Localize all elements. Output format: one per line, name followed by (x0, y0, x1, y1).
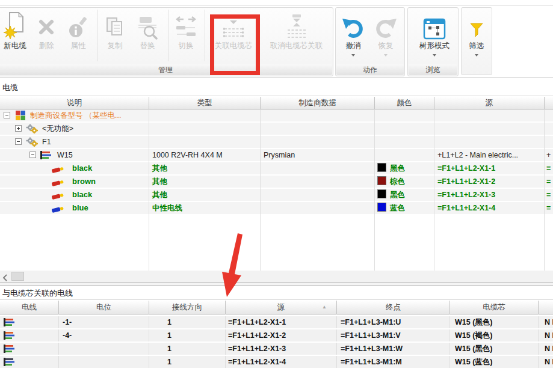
new-cable-label: 新电缆 (4, 41, 26, 51)
cell-overflow: = (545, 189, 553, 201)
replace-button[interactable]: 替换 (132, 8, 163, 65)
table-row-no-function[interactable]: <无功能> (0, 123, 553, 135)
cell-destination: =F1+L1+L3-M1:M (337, 356, 450, 368)
undo-icon (342, 8, 365, 40)
undo-dropdown-arrow-icon[interactable] (351, 54, 355, 57)
toolbar-separator (97, 10, 97, 61)
cell-destination: =F1+L1+L3-M1:V (337, 329, 450, 341)
toolbar-separator (168, 10, 168, 61)
color-swatch (377, 176, 386, 185)
column-header-description[interactable]: 说明 (0, 97, 149, 109)
cell-source: =F1+L1+L2-X1-1 (434, 162, 545, 174)
cell-source: =F1+L1+L2-X1-2 (434, 176, 545, 188)
scrollbar-thumb[interactable] (11, 272, 24, 281)
unassociate-cable-cores-button[interactable]: 取消电缆芯关联 (261, 8, 332, 65)
column-header-color[interactable]: 颜色 (375, 97, 434, 109)
function-gears-icon (26, 137, 38, 148)
cell-overflow: N L (539, 329, 553, 341)
horizontal-scrollbar[interactable] (0, 271, 553, 283)
column-header-manufacturer-data[interactable]: 制造商数据 (261, 97, 375, 109)
column-header-potential[interactable]: 电位 (59, 301, 149, 314)
wire-table-row[interactable]: 1 =F1+L1+L2-X1-4 =F1+L1+L3-M1:M W15 (蓝色)… (0, 356, 553, 368)
table-row-cable-w15[interactable]: W15 1000 R2V-RH 4X4 M Prysmian +L1+L2 - … (0, 149, 553, 161)
column-header-wire-source[interactable]: 源 ▲ (226, 301, 337, 314)
collapse-box-icon[interactable] (29, 152, 36, 158)
tree-mode-label: 树形模式 (419, 41, 450, 51)
switch-icon (175, 8, 197, 40)
expand-box-icon[interactable] (15, 125, 22, 132)
table-row-core-brown[interactable]: brown 其他 棕色 =F1+L1+L2-X1-2 = (0, 176, 553, 188)
filter-button[interactable]: 筛选 (462, 8, 492, 65)
undo-button[interactable]: 撤消 (338, 8, 369, 65)
wire-table-row[interactable]: -1- 1 =F1+L1+L2-X1-1 =F1+L1+L3-M1:U W15 … (0, 316, 553, 328)
delete-button[interactable]: 删除 (31, 8, 61, 65)
new-cable-button[interactable]: 新电缆 (0, 8, 30, 65)
collapse-box-icon[interactable] (4, 112, 10, 118)
wire-table-row[interactable]: 1 =F1+L1+L2-X1-3 =F1+L1+L3-M1:W W15 (黑色)… (0, 343, 553, 355)
cable-icon (40, 151, 52, 161)
cell-potential (59, 343, 149, 355)
wire-red-icon (51, 178, 66, 188)
switch-label: 切换 (179, 41, 194, 51)
window-top-strip (0, 0, 553, 6)
cell-overflow: = (545, 176, 553, 188)
cell-source: =F1+L1+L2-X1-2 (226, 329, 337, 341)
cell-source: =F1+L1+L2-X1-1 (226, 316, 337, 328)
column-header-direction[interactable]: 接线方向 (149, 301, 226, 314)
redo-dropdown-arrow-icon[interactable] (384, 54, 388, 57)
properties-button[interactable]: 属性 (62, 8, 94, 65)
table-row-f1[interactable]: F1 (0, 136, 553, 148)
ribbon-toolbar: 管理 动作 浏览 新电缆 (0, 6, 553, 78)
tree-mode-icon (423, 8, 446, 40)
column-header-destination[interactable]: 终点 (337, 301, 450, 314)
column-header-cable-core[interactable]: 电缆芯 (450, 301, 539, 314)
table-row-core-black-2[interactable]: black 其他 黑色 =F1+L1+L2-X1-3 = (0, 189, 553, 201)
pane-splitter[interactable] (0, 283, 553, 286)
cell-destination: =F1+L1+L3-M1:U (337, 316, 450, 328)
device-cube-icon (16, 111, 25, 121)
wire-table-row[interactable]: -4- 1 =F1+L1+L2-X1-2 =F1+L1+L3-M1:V W15 … (0, 329, 553, 341)
replace-icon (137, 8, 158, 40)
switch-button[interactable]: 切换 (170, 8, 202, 65)
column-header-wire[interactable]: 电线 (0, 301, 59, 314)
cable-icon (4, 331, 16, 341)
unassociate-cable-cores-label: 取消电缆芯关联 (270, 41, 323, 51)
color-name: 蓝色 (390, 204, 405, 212)
undo-label: 撤消 (346, 41, 361, 51)
properties-icon (69, 8, 88, 40)
new-cable-icon (4, 8, 26, 40)
table-row-core-black-1[interactable]: black 其他 黑色 =F1+L1+L2-X1-1 = (0, 162, 553, 174)
cell-overflow: = (545, 162, 553, 174)
cell-source: =F1+L1+L2-X1-3 (226, 343, 337, 355)
cell-type: 其他 (149, 189, 261, 201)
copy-button[interactable]: 复制 (99, 8, 131, 65)
tree-mode-button[interactable]: 树形模式 (411, 8, 458, 65)
filter-label: 筛选 (469, 41, 484, 51)
tree-item-label: 制造商设备型号 （某些电... (30, 109, 121, 121)
cell-direction: 1 (149, 316, 226, 328)
table-row-core-blue[interactable]: blue 中性电线 蓝色 =F1+L1+L2-X1-4 = (0, 202, 553, 214)
wire-blue-icon (51, 204, 66, 214)
tree-item-label: black (72, 189, 92, 201)
color-name: 棕色 (390, 177, 405, 186)
table-row-manufacturer-root[interactable]: 制造商设备型号 （某些电... (0, 109, 553, 121)
tree-mode-dropdown-arrow-icon[interactable] (433, 54, 436, 57)
collapse-box-icon[interactable] (15, 138, 22, 145)
column-header-source[interactable]: 源 (434, 97, 545, 109)
cell-overflow: N L (539, 343, 553, 355)
redo-button[interactable]: 恢复 (370, 8, 401, 65)
wires-table-header: 电线 电位 接线方向 源 ▲ 终点 电缆芯 (0, 301, 553, 314)
cell-source: =F1+L1+L2-X1-3 (434, 189, 545, 201)
cell-cable-core: W15 (褐色) (450, 329, 539, 341)
highlight-rectangle-annotation (210, 14, 260, 75)
cell-direction: 1 (149, 343, 226, 355)
cell-direction: 1 (149, 356, 226, 368)
color-name: 黑色 (390, 191, 405, 199)
column-header-type[interactable]: 类型 (149, 97, 261, 109)
filter-dropdown-arrow-icon[interactable] (475, 54, 478, 57)
cell-manufacturer: Prysmian (261, 149, 375, 161)
ribbon-group-manage-label: 管理 (0, 64, 332, 75)
tree-item-label: black (72, 162, 92, 174)
cables-pane-title: 电缆 (0, 79, 553, 96)
cell-source: +L1+L2 - Main electric... (434, 149, 545, 161)
